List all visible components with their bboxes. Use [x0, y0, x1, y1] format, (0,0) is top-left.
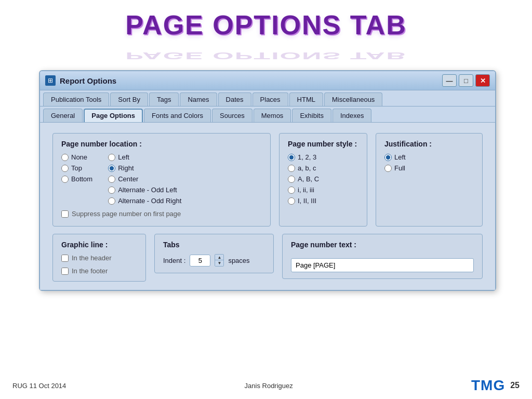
tab-page-options[interactable]: Page Options	[84, 109, 143, 122]
bottom-row: Graphic line : In the header In the foot…	[52, 234, 483, 282]
dialog-title: Report Options	[60, 76, 116, 85]
radio-style-roman-lower[interactable]: i, ii, iii	[288, 186, 358, 194]
suppress-first-page[interactable]: Suppress page number on first page	[61, 210, 262, 218]
pn-location-col1: None Top Bottom	[61, 153, 92, 205]
radio-none-label: None	[71, 153, 87, 161]
radio-top-label: Top	[71, 164, 82, 172]
radio-style-abc-upper-input[interactable]	[288, 176, 295, 183]
radio-style-roman-upper[interactable]: I, II, III	[288, 197, 358, 205]
radio-just-left-input[interactable]	[384, 154, 392, 161]
graphic-line-box: Graphic line : In the header In the foot…	[52, 234, 146, 282]
indent-up-button[interactable]: ▲	[215, 255, 223, 260]
tab-general[interactable]: General	[43, 109, 83, 122]
tab-tags[interactable]: Tags	[149, 92, 179, 106]
radio-style-abc-upper-label: A, B, C	[298, 175, 319, 183]
radio-right-label: Right	[118, 164, 134, 172]
tab-indexes[interactable]: Indexes	[332, 109, 372, 122]
pn-text-label: Page number text :	[291, 241, 474, 249]
radio-bottom-label: Bottom	[71, 175, 92, 183]
dialog-content: Page number location : None Top	[40, 123, 495, 290]
slide-title-reflection: PAGE OPTIONS TAB	[0, 51, 532, 60]
slide-title-area: PAGE OPTIONS TAB PAGE OPTIONS TAB	[0, 0, 532, 73]
in-header-checkbox-item[interactable]: In the header	[61, 254, 137, 262]
radio-style-123-input[interactable]	[288, 154, 295, 161]
radio-style-roman-lower-label: i, ii, iii	[298, 186, 314, 194]
radio-just-full-input[interactable]	[384, 165, 392, 172]
radio-alt-odd-left-label: Alternate - Odd Left	[118, 186, 177, 194]
radio-style-roman-lower-input[interactable]	[288, 187, 295, 194]
radio-right[interactable]: Right	[108, 164, 181, 172]
footer-right: TMG 25	[471, 377, 520, 394]
radio-style-roman-upper-input[interactable]	[288, 197, 295, 205]
tab-dates[interactable]: Dates	[218, 92, 251, 106]
radio-none-input[interactable]	[61, 154, 69, 161]
radio-center-input[interactable]	[108, 176, 115, 183]
tmg-logo: TMG	[471, 377, 505, 394]
in-footer-label: In the footer	[72, 267, 108, 275]
indent-down-button[interactable]: ▼	[215, 260, 223, 266]
pn-text-input[interactable]	[291, 258, 474, 272]
tab-memos[interactable]: Memos	[254, 109, 291, 122]
indent-label: Indent :	[163, 257, 185, 264]
radio-just-full-label: Full	[394, 164, 405, 172]
radio-center[interactable]: Center	[108, 175, 181, 183]
radio-style-123-label: 1, 2, 3	[298, 153, 316, 161]
radio-right-input[interactable]	[108, 165, 115, 172]
radio-style-abc-lower[interactable]: a, b, c	[288, 164, 358, 172]
maximize-button[interactable]: □	[459, 74, 473, 87]
tab-sources[interactable]: Sources	[212, 109, 252, 122]
in-header-checkbox[interactable]	[61, 255, 69, 262]
tab-exhibits[interactable]: Exhibits	[292, 109, 331, 122]
tab-miscellaneous[interactable]: Miscellaneous	[324, 92, 382, 106]
in-footer-checkbox-item[interactable]: In the footer	[61, 267, 137, 275]
radio-none[interactable]: None	[61, 153, 92, 161]
dialog-titlebar: ⊞ Report Options — □ ✕	[40, 71, 495, 90]
slide-title: PAGE OPTIONS TAB	[125, 9, 406, 41]
radio-just-left[interactable]: Left	[384, 153, 474, 161]
radio-left-input[interactable]	[108, 154, 115, 161]
radio-center-label: Center	[118, 175, 138, 183]
footer-page: 25	[510, 381, 520, 390]
tabs-inner: Indent : ▲ ▼ spaces	[163, 254, 265, 267]
tab-sort-by[interactable]: Sort By	[110, 92, 148, 106]
footer-center-text: Janis Rodriguez	[245, 382, 293, 390]
close-button[interactable]: ✕	[475, 74, 490, 87]
radio-just-full[interactable]: Full	[384, 164, 474, 172]
radio-alt-odd-right[interactable]: Alternate - Odd Right	[108, 197, 181, 205]
tab-names[interactable]: Names	[180, 92, 217, 106]
radio-style-123[interactable]: 1, 2, 3	[288, 153, 358, 161]
minimize-button[interactable]: —	[442, 74, 457, 87]
radio-alt-odd-right-input[interactable]	[108, 197, 115, 205]
in-footer-checkbox[interactable]	[61, 268, 69, 275]
tab-places[interactable]: Places	[252, 92, 288, 106]
justification-box: Justification : Left Full	[376, 133, 483, 227]
slide-footer: RUG 11 Oct 2014 Janis Rodriguez TMG 25	[0, 372, 532, 399]
tabs-box: Tabs Indent : ▲ ▼ spaces	[154, 234, 274, 273]
tab-publication-tools[interactable]: Publication Tools	[43, 92, 109, 106]
radio-left[interactable]: Left	[108, 153, 181, 161]
suppress-label: Suppress page number on first page	[72, 210, 181, 218]
pn-location-col2: Left Right Center Alternate - Odd L	[108, 153, 181, 205]
radio-style-abc-lower-input[interactable]	[288, 165, 295, 172]
footer-left-text: RUG 11 Oct 2014	[12, 382, 66, 390]
radio-top-input[interactable]	[61, 165, 69, 172]
radio-style-abc-upper[interactable]: A, B, C	[288, 175, 358, 183]
graphic-line-label: Graphic line :	[61, 241, 137, 249]
tab-row-1: Publication Tools Sort By Tags Names Dat…	[40, 90, 495, 107]
indent-spinner: ▲ ▼	[215, 254, 224, 267]
pn-style-label: Page number style :	[288, 140, 358, 148]
radio-top[interactable]: Top	[61, 164, 92, 172]
report-options-dialog: ⊞ Report Options — □ ✕ Publication Tools…	[39, 70, 496, 291]
page-number-text-box: Page number text :	[282, 234, 483, 279]
radio-style-roman-upper-label: I, II, III	[298, 197, 316, 205]
tab-fonts-colors[interactable]: Fonts and Colors	[144, 109, 211, 122]
top-row: Page number location : None Top	[52, 133, 483, 227]
radio-alt-odd-left-input[interactable]	[108, 187, 115, 194]
radio-bottom[interactable]: Bottom	[61, 175, 92, 183]
radio-bottom-input[interactable]	[61, 176, 69, 183]
tab-html[interactable]: HTML	[289, 92, 323, 106]
indent-input[interactable]	[190, 255, 210, 267]
radio-alt-odd-left[interactable]: Alternate - Odd Left	[108, 186, 181, 194]
suppress-checkbox[interactable]	[61, 210, 69, 218]
tabs-label: Tabs	[163, 241, 265, 249]
